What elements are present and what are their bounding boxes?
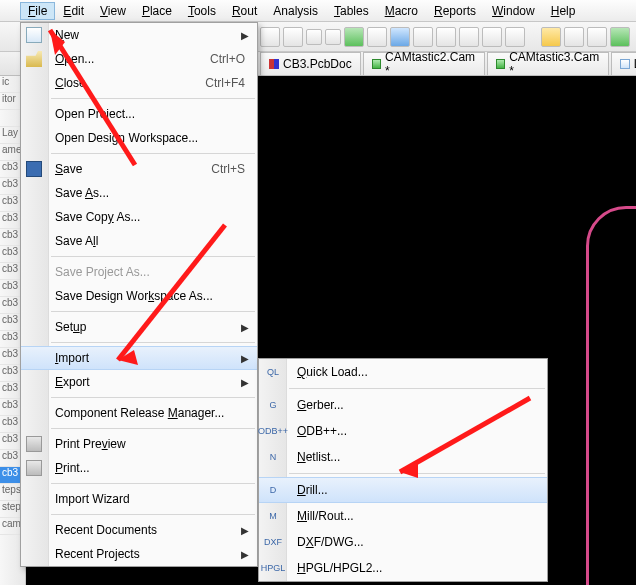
toolbar-button[interactable] — [306, 29, 322, 45]
menu-file[interactable]: File — [20, 2, 55, 20]
toolbar-button[interactable] — [367, 27, 387, 47]
tab-label: CAMtastic3.Cam * — [509, 50, 600, 78]
toolbar-button[interactable] — [482, 27, 502, 47]
toolbar-button[interactable] — [564, 27, 584, 47]
submenu-item-quick-load[interactable]: QLQuick Load... — [259, 359, 547, 385]
submenu-item-netlist[interactable]: NNetlist... — [259, 444, 547, 470]
menu-help[interactable]: Help — [543, 2, 584, 20]
toolbar-button[interactable] — [283, 27, 303, 47]
submenu-icon: G — [265, 397, 281, 413]
submenu-icon: D — [265, 482, 281, 498]
import-submenu: QLQuick Load...GGerber...ODB++ODB++...NN… — [258, 358, 548, 582]
menu-item-import-wizard[interactable]: Import Wizard — [21, 487, 257, 511]
menu-place[interactable]: Place — [134, 2, 180, 20]
submenu-item-label: ODB++... — [297, 424, 347, 438]
submenu-item-label: Mill/Rout... — [297, 509, 354, 523]
menu-item-save-copy-as[interactable]: Save Copy As... — [21, 205, 257, 229]
menu-shortcut: Ctrl+F4 — [205, 76, 257, 90]
menu-item-label: Save — [55, 162, 211, 176]
board-outline — [586, 206, 636, 585]
menu-item-open[interactable]: Open...Ctrl+O — [21, 47, 257, 71]
menu-separator — [51, 397, 255, 398]
menu-separator — [51, 153, 255, 154]
menu-analysis[interactable]: Analysis — [265, 2, 326, 20]
submenu-icon: ODB++ — [265, 423, 281, 439]
menu-item-setup[interactable]: Setup▶ — [21, 315, 257, 339]
menu-item-label: Save All — [55, 234, 257, 248]
menu-item-label: Recent Projects — [55, 547, 257, 561]
menu-separator — [289, 388, 545, 389]
toolbar-button[interactable] — [541, 27, 561, 47]
document-tab[interactable]: CAMtastic2.Cam * — [363, 52, 485, 75]
menu-item-new[interactable]: New▶ — [21, 23, 257, 47]
submenu-item-drill[interactable]: DDrill... — [259, 477, 547, 503]
toolbar-button[interactable] — [390, 27, 410, 47]
new-icon — [26, 27, 42, 43]
toolbar-button[interactable] — [344, 27, 364, 47]
menu-item-recent-projects[interactable]: Recent Projects▶ — [21, 542, 257, 566]
submenu-item-label: DXF/DWG... — [297, 535, 364, 549]
menu-rout[interactable]: Rout — [224, 2, 265, 20]
submenu-arrow-icon: ▶ — [241, 377, 249, 388]
menu-window[interactable]: Window — [484, 2, 543, 20]
menu-separator — [51, 483, 255, 484]
document-tab[interactable]: CAMtastic3.Cam * — [487, 52, 609, 75]
menu-item-export[interactable]: Export▶ — [21, 370, 257, 394]
menu-separator — [51, 256, 255, 257]
toolbar-button[interactable] — [587, 27, 607, 47]
menu-view[interactable]: View — [92, 2, 134, 20]
menu-item-print-preview[interactable]: Print Preview — [21, 432, 257, 456]
submenu-item-mill-rout[interactable]: MMill/Rout... — [259, 503, 547, 529]
toolbar-button[interactable] — [610, 27, 630, 47]
menu-item-label: New — [55, 28, 257, 42]
print-icon — [26, 436, 42, 452]
menu-macro[interactable]: Macro — [377, 2, 426, 20]
submenu-icon: M — [265, 508, 281, 524]
menu-edit[interactable]: Edit — [55, 2, 92, 20]
submenu-item-odb[interactable]: ODB++ODB++... — [259, 418, 547, 444]
log-icon — [620, 59, 630, 69]
submenu-arrow-icon: ▶ — [241, 353, 249, 364]
toolbar-button[interactable] — [436, 27, 456, 47]
menu-reports[interactable]: Reports — [426, 2, 484, 20]
menu-item-print[interactable]: Print... — [21, 456, 257, 480]
menu-item-save-as[interactable]: Save As... — [21, 181, 257, 205]
toolbar-button[interactable] — [325, 29, 341, 45]
menu-item-label: Import Wizard — [55, 492, 257, 506]
menu-item-open-design-workspace[interactable]: Open Design Workspace... — [21, 126, 257, 150]
menu-item-label: Print Preview — [55, 437, 257, 451]
submenu-arrow-icon: ▶ — [241, 30, 249, 41]
toolbar-button[interactable] — [260, 27, 280, 47]
menu-item-label: Save Project As... — [55, 265, 257, 279]
menu-item-label: Export — [55, 375, 257, 389]
menu-item-label: Open Project... — [55, 107, 257, 121]
submenu-item-dxf-dwg[interactable]: DXFDXF/DWG... — [259, 529, 547, 555]
submenu-item-label: Drill... — [297, 483, 328, 497]
menu-bar: FileEditViewPlaceToolsRoutAnalysisTables… — [0, 0, 636, 22]
menu-item-save[interactable]: SaveCtrl+S — [21, 157, 257, 181]
submenu-item-gerber[interactable]: GGerber... — [259, 392, 547, 418]
menu-item-label: Save As... — [55, 186, 257, 200]
menu-item-recent-documents[interactable]: Recent Documents▶ — [21, 518, 257, 542]
document-tab[interactable]: CB3.PcbDoc — [260, 52, 361, 75]
menu-item-label: Recent Documents — [55, 523, 257, 537]
menu-item-save-all[interactable]: Save All — [21, 229, 257, 253]
menu-item-open-project[interactable]: Open Project... — [21, 102, 257, 126]
toolbar-button[interactable] — [505, 27, 525, 47]
document-tab[interactable]: Log_201 — [611, 52, 636, 75]
toolbar-button[interactable] — [413, 27, 433, 47]
save-icon — [26, 161, 42, 177]
menu-item-close[interactable]: CloseCtrl+F4 — [21, 71, 257, 95]
menu-item-import[interactable]: Import▶ — [21, 346, 257, 370]
submenu-item-hpgl-hpgl[interactable]: HPGLHPGL/HPGL2... — [259, 555, 547, 581]
submenu-item-label: Netlist... — [297, 450, 340, 464]
menu-item-label: Close — [55, 76, 205, 90]
menu-item-save-design-workspace-as[interactable]: Save Design Workspace As... — [21, 284, 257, 308]
submenu-item-label: Gerber... — [297, 398, 344, 412]
menu-tools[interactable]: Tools — [180, 2, 224, 20]
toolbar-button[interactable] — [459, 27, 479, 47]
submenu-icon: QL — [265, 364, 281, 380]
menu-item-component-release-manager[interactable]: Component Release Manager... — [21, 401, 257, 425]
menu-tables[interactable]: Tables — [326, 2, 377, 20]
submenu-arrow-icon: ▶ — [241, 322, 249, 333]
